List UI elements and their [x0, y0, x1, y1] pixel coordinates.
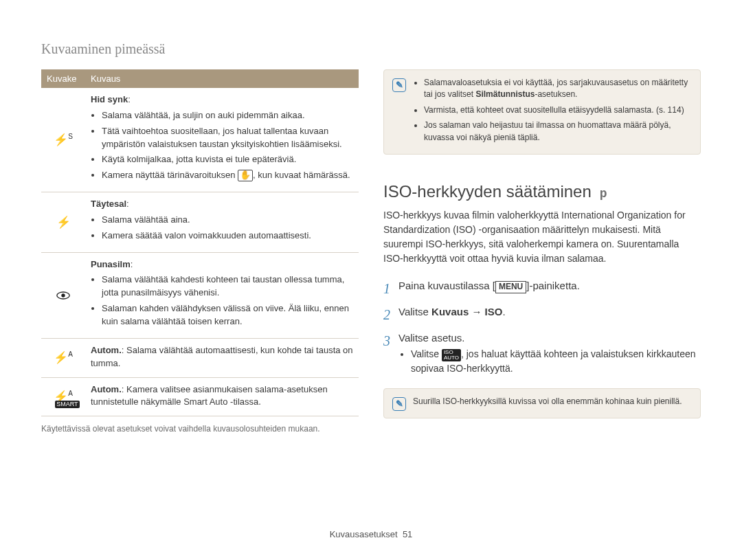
- step-number: 1: [383, 278, 398, 299]
- section-title: ISO-herkkyyden säätäminen p: [383, 182, 701, 201]
- step-body: Paina kuvaustilassa [MENU]-painiketta.: [398, 278, 701, 294]
- table-footnote: Käytettävissä olevat asetukset voivat va…: [41, 423, 359, 435]
- iso-auto-icon: ISOAUTO: [442, 349, 461, 361]
- slow-sync-flash-icon: ⚡S: [41, 88, 85, 192]
- step: 1 Paina kuvaustilassa [MENU]-painiketta.: [383, 278, 701, 299]
- list-item: Valitse ISOAUTO, jos haluat käyttää koht…: [411, 347, 701, 376]
- section-description: ISO-herkkyys kuvaa filmin valoherkkyyttä…: [383, 208, 701, 266]
- table-header-desc: Kuvaus: [85, 69, 359, 88]
- list-item: Jos salaman valo heijastuu tai ilmassa o…: [424, 120, 692, 144]
- step: 3 Valitse asetus. Valitse ISOAUTO, jos h…: [383, 331, 701, 377]
- steps-list: 1 Paina kuvaustilassa [MENU]-painiketta.…: [383, 278, 701, 377]
- eye-svg: [56, 291, 70, 300]
- step-number: 3: [383, 331, 398, 351]
- page-title: Kuvaaminen pimeässä: [41, 41, 701, 57]
- note-box: ✎ Salamavaloasetuksia ei voi käyttää, jo…: [383, 69, 701, 155]
- menu-button-label: MENU: [495, 281, 526, 293]
- page-footer: Kuvausasetukset 51: [0, 529, 742, 539]
- content-columns: Kuvake Kuvaus ⚡S Hid synk: Salama väläht…: [41, 69, 701, 435]
- red-eye-icon: [41, 253, 85, 338]
- list-item: Salaman kahden välähdyksen välissä on vi…: [102, 302, 353, 328]
- table-header-icon: Kuvake: [41, 69, 85, 88]
- list-item: Tätä vaihtoehtoa suositellaan, jos halua…: [102, 125, 353, 151]
- smart-auto-flash-icon: ⚡A SMART: [41, 378, 85, 416]
- fill-flash-icon: ⚡: [41, 192, 85, 252]
- note-icon: ✎: [392, 78, 406, 92]
- table-row: ⚡S Hid synk: Salama välähtää, ja suljin …: [41, 88, 359, 192]
- step: 2 Valitse Kuvaus → ISO.: [383, 304, 701, 325]
- table-row: ⚡A SMART Autom.: Kamera valitsee asianmu…: [41, 378, 359, 417]
- left-column: Kuvake Kuvaus ⚡S Hid synk: Salama väläht…: [41, 69, 359, 435]
- list-item: Salama välähtää kahdesti kohteen tai tau…: [102, 273, 353, 300]
- right-column: ✎ Salamavaloasetuksia ei voi käyttää, jo…: [383, 69, 701, 435]
- auto-flash-icon: ⚡A: [41, 339, 85, 377]
- step-number: 2: [383, 304, 398, 325]
- row-desc: Hid synk: Salama välähtää, ja suljin on …: [85, 88, 359, 192]
- list-item: Kamera näyttää tärinävaroituksen ✋, kun …: [102, 169, 353, 182]
- row-desc: Autom.: Kamera valitsee asianmukaisen sa…: [85, 378, 359, 416]
- list-item: Salama välähtää, ja suljin on auki pidem…: [102, 109, 353, 122]
- note-icon: ✎: [392, 397, 406, 411]
- table-header: Kuvake Kuvaus: [41, 69, 359, 88]
- note-box: ✎ Suurilla ISO-herkkyyksillä kuvissa voi…: [383, 388, 701, 418]
- step-body: Valitse Kuvaus → ISO.: [398, 304, 701, 320]
- table-row: Punasilm: Salama välähtää kahdesti kohte…: [41, 253, 359, 339]
- list-item: Kamera säätää valon voimakkuuden automaa…: [102, 229, 353, 243]
- list-item: Salama välähtää aina.: [102, 214, 353, 227]
- row-desc: Autom.: Salama välähtää automaattisesti,…: [85, 339, 359, 377]
- list-item: Varmista, että kohteet ovat suositellull…: [424, 104, 692, 116]
- row-desc: Täytesal: Salama välähtää aina. Kamera s…: [85, 192, 359, 252]
- table-row: ⚡ Täytesal: Salama välähtää aina. Kamera…: [41, 192, 359, 253]
- table-row: ⚡A Autom.: Salama välähtää automaattises…: [41, 339, 359, 378]
- list-item: Käytä kolmijalkaa, jotta kuvista ei tule…: [102, 153, 353, 166]
- list-item: Salamavaloasetuksia ei voi käyttää, jos …: [424, 77, 692, 101]
- shake-warning-icon: ✋: [238, 170, 253, 181]
- svg-point-1: [61, 293, 65, 297]
- row-desc: Punasilm: Salama välähtää kahdesti kohte…: [85, 253, 359, 338]
- mode-badge: p: [600, 187, 607, 201]
- step-body: Valitse asetus. Valitse ISOAUTO, jos hal…: [398, 331, 701, 377]
- note-text: Suurilla ISO-herkkyyksillä kuvissa voi o…: [413, 396, 682, 411]
